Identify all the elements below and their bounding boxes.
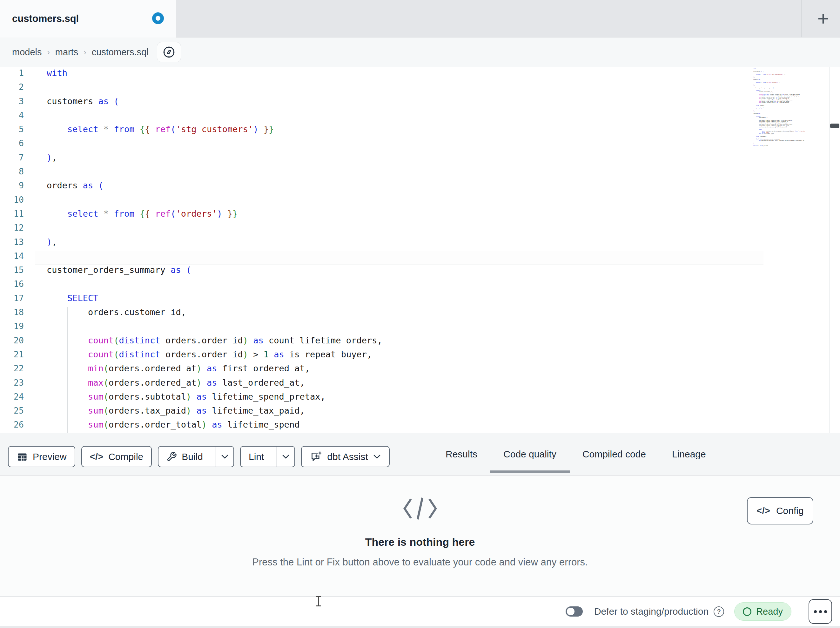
code-line[interactable]: orders as ( — [35, 180, 763, 195]
chevron-down-icon — [373, 454, 381, 459]
code-line[interactable]: orders.customer_id, — [35, 307, 763, 321]
code-quality-panel: There is nothing here Press the Lint or … — [0, 476, 840, 596]
table-grid-icon — [16, 451, 28, 462]
tab-code-quality[interactable]: Code quality — [504, 433, 556, 476]
breadcrumb-item-marts[interactable]: marts — [55, 47, 79, 57]
line-number: 17 — [0, 293, 33, 307]
breadcrumb-item-models[interactable]: models — [12, 47, 42, 57]
status-bar: Defer to staging/production ? Ready — [0, 596, 840, 628]
toggle-knob — [567, 607, 575, 615]
code-line[interactable] — [35, 223, 763, 237]
chat-sparkle-icon — [309, 451, 322, 463]
code-line[interactable]: max(orders.ordered_at) as last_ordered_a… — [35, 378, 763, 392]
line-number: 11 — [0, 209, 33, 223]
preview-label: Preview — [33, 451, 67, 462]
breadcrumb-separator: › — [84, 47, 86, 57]
code-line[interactable]: SELECT — [35, 293, 763, 307]
dbt-assist-button[interactable]: dbt Assist — [301, 446, 389, 467]
navigate-to-file-button[interactable] — [157, 42, 181, 62]
build-dropdown-button[interactable] — [216, 447, 234, 467]
line-number: 9 — [0, 180, 33, 195]
line-number: 10 — [0, 195, 33, 209]
chevron-down-icon — [282, 454, 290, 459]
dbt-cloud-ide: customers.sql models›marts›customers.sql — [0, 0, 840, 628]
breadcrumb-item-customers-sql[interactable]: customers.sql — [92, 47, 148, 57]
unsaved-changes-dot-icon — [152, 13, 164, 24]
code-line[interactable] — [35, 82, 763, 96]
line-number: 22 — [0, 364, 33, 377]
code-line[interactable]: customer_orders_summary as ( — [35, 265, 763, 279]
code-slash-icon — [401, 495, 439, 522]
wrench-icon — [166, 451, 177, 462]
line-number: 18 — [0, 307, 33, 321]
code-line[interactable]: sum(orders.tax_paid) as lifetime_tax_pai… — [35, 406, 763, 420]
line-number: 5 — [0, 124, 33, 138]
code-line[interactable]: count(distinct orders.order_id) > 1 as i… — [35, 350, 763, 364]
code-line[interactable]: count(distinct orders.order_id) as count… — [35, 335, 763, 350]
code-line[interactable] — [35, 279, 763, 293]
line-number: 15 — [0, 265, 33, 279]
help-icon[interactable]: ? — [714, 606, 724, 617]
code-content[interactable]: withcustomers as ( select * from {{ ref(… — [35, 68, 763, 434]
code-editor[interactable]: 1234567891011121314151617181920212223242… — [0, 67, 840, 433]
line-number: 8 — [0, 166, 33, 180]
line-number: 6 — [0, 138, 33, 152]
code-line[interactable] — [35, 195, 763, 209]
code-line[interactable]: customers as ( — [35, 96, 763, 110]
breadcrumb: models›marts›customers.sql — [12, 47, 148, 57]
line-number: 16 — [0, 279, 33, 293]
scrollbar-thumb[interactable] — [830, 123, 839, 128]
line-number: 21 — [0, 350, 33, 364]
config-label: Config — [776, 505, 804, 516]
defer-label: Defer to staging/production — [594, 606, 709, 617]
dbt-assist-label: dbt Assist — [327, 451, 368, 462]
compile-label: Compile — [108, 451, 143, 462]
build-split-button: Build — [158, 446, 234, 467]
lint-dropdown-button[interactable] — [276, 447, 294, 467]
code-line[interactable] — [35, 321, 763, 335]
compile-button[interactable]: </> Compile — [81, 446, 152, 467]
code-icon: </> — [90, 452, 104, 462]
ide-status-badge[interactable]: Ready — [734, 602, 791, 621]
file-tab-customers-sql[interactable]: customers.sql — [0, 0, 176, 38]
code-line[interactable]: with — [35, 68, 763, 82]
code-line[interactable]: sum(orders.order_total) as lifetime_spen… — [35, 420, 763, 433]
build-button[interactable]: Build — [158, 447, 211, 467]
toolbar-buttons: Preview </> Compile Build — [8, 446, 390, 467]
line-number: 25 — [0, 406, 33, 420]
code-line[interactable]: select * from {{ ref('orders') }} — [35, 209, 763, 223]
code-icon: </> — [756, 506, 770, 516]
line-number: 12 — [0, 223, 33, 237]
code-line[interactable] — [35, 110, 763, 124]
code-line[interactable]: select * from {{ ref('stg_customers') }} — [35, 124, 763, 138]
line-number: 24 — [0, 392, 33, 406]
code-line[interactable] — [35, 138, 763, 152]
config-button[interactable]: </> Config — [747, 497, 813, 524]
line-number: 23 — [0, 378, 33, 392]
overflow-menu-button[interactable] — [808, 599, 832, 624]
tab-results[interactable]: Results — [445, 433, 477, 476]
build-label: Build — [182, 451, 203, 462]
code-line[interactable]: ), — [35, 237, 763, 251]
lint-split-button: Lint — [240, 446, 295, 467]
compass-icon — [162, 45, 176, 59]
code-line-active[interactable] — [35, 251, 763, 265]
tab-compiled-code[interactable]: Compiled code — [583, 433, 646, 476]
code-line[interactable]: sum(orders.subtotal) as lifetime_spend_p… — [35, 392, 763, 406]
line-number: 20 — [0, 335, 33, 350]
code-line[interactable]: min(orders.ordered_at) as first_ordered_… — [35, 364, 763, 377]
lint-button[interactable]: Lint — [241, 447, 272, 467]
text-cursor-pointer — [315, 595, 322, 607]
line-number-gutter: 1234567891011121314151617181920212223242… — [0, 68, 33, 434]
breadcrumb-bar: models›marts›customers.sql Save — [0, 38, 840, 67]
ellipsis-icon — [824, 610, 827, 613]
empty-state-subtitle: Press the Lint or Fix button above to ev… — [198, 557, 643, 568]
new-tab-button[interactable] — [806, 0, 840, 38]
preview-button[interactable]: Preview — [8, 446, 75, 467]
tab-lineage[interactable]: Lineage — [672, 433, 706, 476]
line-number: 4 — [0, 110, 33, 124]
minimap[interactable]: with customers as ( select * from {{ ref… — [753, 68, 805, 148]
code-line[interactable] — [35, 166, 763, 180]
code-line[interactable]: ), — [35, 152, 763, 166]
defer-toggle[interactable] — [565, 606, 583, 617]
